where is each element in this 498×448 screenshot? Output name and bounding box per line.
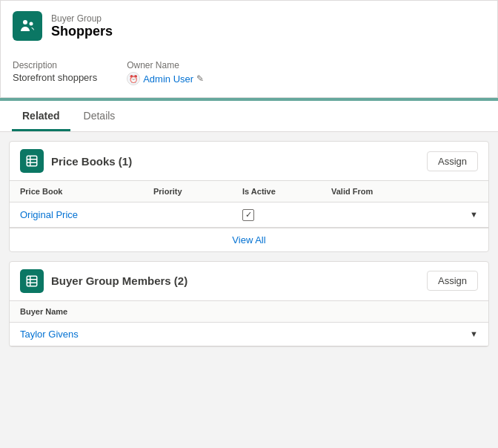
- row-dropdown-icon[interactable]: ▼: [470, 210, 478, 219]
- header-text: Buyer Group Shoppers: [51, 13, 113, 39]
- blue-bar-separator: [0, 98, 498, 101]
- col-header-is-active: Is Active: [242, 187, 331, 196]
- members-card: Buyer Group Members (2) Assign Buyer Nam…: [9, 261, 489, 347]
- description-value: Storefront shoppers: [13, 72, 97, 83]
- col-header-member-action: [463, 307, 478, 316]
- view-all-link[interactable]: View All: [232, 234, 265, 246]
- table-row: Original Price ✓ ▼: [10, 202, 488, 228]
- description-field: Description Storefront shoppers: [13, 60, 97, 85]
- tabs-container: Related Details: [0, 101, 498, 132]
- price-books-icon: [20, 149, 44, 173]
- member-row-dropdown-icon[interactable]: ▼: [470, 329, 478, 338]
- members-card-header: Buyer Group Members (2) Assign: [10, 262, 488, 301]
- svg-rect-6: [27, 276, 37, 286]
- price-books-table-header: Price Book Priority Is Active Valid From: [10, 181, 488, 202]
- owner-link[interactable]: Admin User: [143, 73, 193, 85]
- members-assign-button[interactable]: Assign: [427, 271, 478, 291]
- members-icon: [20, 269, 44, 293]
- col-header-priority: Priority: [153, 187, 242, 196]
- buyer-group-icon: [13, 11, 42, 41]
- tab-details[interactable]: Details: [73, 101, 126, 131]
- tab-related[interactable]: Related: [12, 101, 70, 131]
- col-header-action: [463, 187, 478, 196]
- header-title: Shoppers: [51, 24, 113, 39]
- members-title: Buyer Group Members (2): [51, 274, 187, 287]
- owner-field: Owner Name ⏰ Admin User ✎: [127, 60, 204, 85]
- edit-owner-icon[interactable]: ✎: [196, 73, 204, 84]
- content-area: Price Books (1) Assign Price Book Priori…: [0, 132, 498, 356]
- table-row: Taylor Givens ▼: [10, 323, 488, 346]
- view-all-row: View All: [10, 228, 488, 251]
- col-header-price-book: Price Book: [20, 187, 153, 196]
- info-section: Description Storefront shoppers Owner Na…: [0, 51, 498, 98]
- price-books-card-header: Price Books (1) Assign: [10, 142, 488, 181]
- svg-point-1: [30, 22, 33, 26]
- price-books-assign-button[interactable]: Assign: [427, 151, 478, 171]
- owner-row: ⏰ Admin User ✎: [127, 72, 204, 85]
- members-table-header: Buyer Name: [10, 301, 488, 323]
- owner-label: Owner Name: [127, 60, 204, 70]
- description-label: Description: [13, 60, 97, 70]
- owner-avatar-icon: ⏰: [127, 72, 140, 85]
- price-books-table: Price Book Priority Is Active Valid From…: [10, 181, 488, 251]
- buyer-name-link[interactable]: Taylor Givens: [20, 329, 463, 340]
- is-active-cell: ✓: [242, 208, 331, 221]
- active-checkbox-icon: ✓: [242, 209, 254, 221]
- svg-point-0: [23, 20, 27, 24]
- svg-rect-2: [27, 156, 37, 166]
- price-book-link[interactable]: Original Price: [20, 209, 153, 220]
- price-books-title: Price Books (1): [51, 155, 132, 168]
- members-table: Buyer Name Taylor Givens ▼: [10, 301, 488, 346]
- members-title-row: Buyer Group Members (2): [20, 269, 187, 293]
- col-header-valid-from: Valid From: [331, 187, 463, 196]
- price-books-card: Price Books (1) Assign Price Book Priori…: [9, 141, 489, 252]
- col-header-buyer-name: Buyer Name: [20, 307, 463, 316]
- price-books-title-row: Price Books (1): [20, 149, 132, 173]
- page-header: Buyer Group Shoppers: [0, 0, 498, 51]
- header-subtitle: Buyer Group: [51, 13, 113, 24]
